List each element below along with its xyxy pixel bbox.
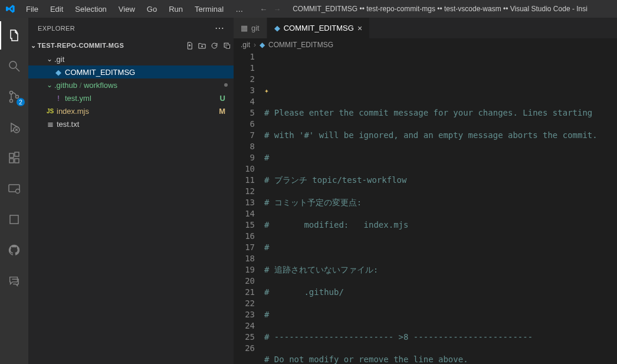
breadcrumb[interactable]: .git › ◆ COMMIT_EDITMSG [234, 38, 617, 51]
code-line: # ------------------------ >8 ----------… [264, 332, 533, 342]
code-line: # with '#' will be ignored, and an empty… [264, 130, 598, 140]
line-number: 16 [234, 231, 255, 242]
line-number: 9 [234, 152, 255, 163]
line-number: 17 [234, 242, 255, 253]
line-number: 8 [234, 141, 255, 152]
file-tree: ⌄ .git ◆ COMMIT_EDITMSG ⌄ .github / work… [28, 53, 234, 130]
activity-custom[interactable] [0, 205, 28, 234]
activity-github[interactable] [0, 236, 28, 264]
tab-git[interactable]: ▦ git [234, 18, 267, 38]
tree-label: COMMIT_EDITMSG [65, 68, 234, 77]
tree-label: index.mjs [57, 107, 219, 116]
code-line: # 追跡されていないファイル: [264, 265, 378, 274]
menu-view[interactable]: View [114, 2, 140, 16]
line-number: 13 [234, 197, 255, 208]
tree-folder-github-workflows[interactable]: ⌄ .github / workflows [28, 78, 234, 91]
line-number: 15 [234, 219, 255, 231]
chevron-down-icon: ⌄ [45, 55, 54, 63]
menu-run[interactable]: Run [164, 2, 188, 16]
explorer-section-label: TEST-REPO-COMMIT-MGS [37, 42, 185, 49]
activity-scm[interactable]: 2 [0, 83, 28, 111]
activity-explorer[interactable] [0, 21, 28, 50]
collapse-all-icon[interactable] [222, 41, 231, 50]
file-icon: ◆ [260, 41, 265, 49]
tree-label: .git [54, 55, 234, 64]
tab-label: git [251, 24, 260, 32]
code-line: # Please enter the commit message for yo… [264, 108, 592, 117]
refresh-icon[interactable] [210, 41, 219, 50]
menu-go[interactable]: Go [142, 2, 162, 16]
line-number: 11 [234, 175, 255, 186]
file-icon: ◆ [53, 68, 64, 77]
activity-remote[interactable] [0, 175, 28, 203]
explorer-section-header[interactable]: ⌄ TEST-REPO-COMMIT-MGS [28, 38, 234, 53]
menu-edit[interactable]: Edit [45, 2, 68, 16]
line-number: 14 [234, 208, 255, 219]
svg-point-2 [10, 91, 13, 94]
activity-search[interactable] [0, 52, 28, 80]
svg-rect-8 [9, 159, 14, 163]
svg-rect-7 [9, 153, 14, 158]
line-number: 19 [234, 264, 255, 276]
line-number: 18 [234, 253, 255, 264]
code-line: # [264, 153, 269, 162]
js-file-icon: JS [45, 108, 55, 114]
git-status-modified: M [219, 107, 234, 116]
tree-file-test-yml[interactable]: ! test.yml U [28, 91, 234, 104]
window-title: COMMIT_EDITMSG •• test-repo-commit-mgs •… [293, 5, 615, 13]
close-icon[interactable]: × [357, 24, 362, 33]
git-status-untracked: U [220, 94, 234, 103]
editor-body[interactable]: 1123456789101112131415161718192021222324… [234, 51, 617, 364]
svg-rect-9 [15, 159, 19, 163]
explorer-tools [185, 41, 231, 50]
nav-forward-icon[interactable]: → [273, 5, 281, 14]
line-number: 5 [234, 107, 255, 119]
activity-comments[interactable] [0, 267, 28, 295]
new-folder-icon[interactable] [198, 41, 206, 50]
new-file-icon[interactable] [185, 41, 194, 50]
tree-file-index-mjs[interactable]: JS index.mjs M [28, 104, 234, 117]
line-number: 20 [234, 276, 255, 287]
nav-back-icon[interactable]: ← [260, 5, 267, 14]
sidebar-more-icon[interactable]: ⋯ [215, 22, 224, 34]
tab-commit-editmsg[interactable]: ◆ COMMIT_EDITMSG × [267, 18, 370, 38]
svg-rect-10 [15, 152, 19, 156]
code-area[interactable]: ✦ # Please enter the commit message for … [264, 51, 617, 364]
code-line: # ブランチ topic/test-workflow [264, 175, 406, 185]
line-number: 21 [234, 287, 255, 298]
breadcrumb-item[interactable]: .git [241, 41, 250, 49]
line-number: 7 [234, 130, 255, 141]
tree-label: .github / workflows [54, 81, 224, 90]
code-line: # コミット予定の変更点: [264, 198, 362, 207]
svg-point-12 [16, 189, 20, 194]
text-file-icon: ≣ [45, 120, 55, 129]
activity-debug[interactable] [0, 113, 28, 142]
menu-file[interactable]: File [21, 2, 43, 16]
line-number: 1 [234, 63, 255, 74]
menu-selection[interactable]: Selection [70, 2, 111, 16]
sidebar-title: EXPLORER [38, 25, 215, 32]
line-gutter: 1123456789101112131415161718192021222324… [234, 51, 264, 364]
chevron-right-icon: › [254, 41, 256, 49]
line-number: 4 [234, 96, 255, 107]
breadcrumb-item[interactable]: COMMIT_EDITMSG [268, 41, 333, 49]
menu-terminal[interactable]: Terminal [190, 2, 228, 16]
code-line: # [264, 310, 269, 319]
main-layout: 2 EXPLORER ⋯ ⌄ TEST-REPO-COMMIT-MGS [0, 18, 617, 364]
menu-overflow[interactable]: … [231, 2, 248, 16]
sidebar: EXPLORER ⋯ ⌄ TEST-REPO-COMMIT-MGS ⌄ .git… [28, 18, 234, 364]
svg-rect-13 [10, 215, 18, 224]
line-number: 3 [234, 85, 255, 96]
chevron-down-icon: ⌄ [31, 42, 36, 50]
line-number: 12 [234, 186, 255, 197]
line-number: 26 [234, 343, 255, 354]
activitybar: 2 [0, 18, 28, 364]
tree-file-commit-editmsg[interactable]: ◆ COMMIT_EDITMSG [28, 65, 234, 78]
tree-folder-git[interactable]: ⌄ .git [28, 53, 234, 65]
tree-file-test-txt[interactable]: ≣ test.txt [28, 117, 234, 130]
code-line: # Do not modify or remove the line above… [264, 355, 468, 364]
tree-label: test.yml [65, 94, 220, 103]
line-number: 23 [234, 309, 255, 320]
editor-group: ▦ git ◆ COMMIT_EDITMSG × .git › ◆ COMMIT… [234, 18, 617, 364]
activity-extensions[interactable] [0, 144, 28, 172]
